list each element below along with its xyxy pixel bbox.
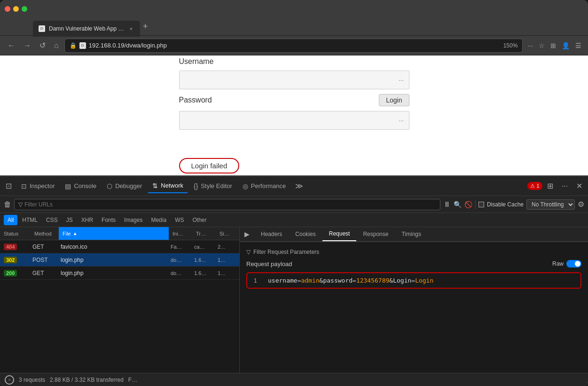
console-label: Console	[74, 182, 96, 189]
clear-requests-icon[interactable]: 🗑	[4, 200, 11, 209]
extensions-button[interactable]: ⊞	[549, 40, 558, 51]
detail-tab-response[interactable]: Response	[356, 227, 395, 241]
payload-key-username: username	[268, 277, 298, 284]
row-status: 404	[0, 244, 31, 250]
payload-eq-3: =	[411, 277, 415, 284]
search-icon[interactable]: 🔍	[454, 201, 462, 208]
devtools-close-button[interactable]: ✕	[572, 179, 586, 193]
type-btn-xhr[interactable]: XHR	[78, 215, 97, 225]
devtools-more-button[interactable]: ···	[558, 179, 572, 193]
table-row[interactable]: 200 GET login.php do… 1.6… 1…	[0, 267, 239, 280]
disable-cache-checkbox[interactable]	[478, 202, 484, 207]
col-header-status[interactable]: Status	[0, 231, 31, 236]
inspector-icon: ⊡	[21, 182, 27, 190]
password-row: Password Login	[179, 94, 409, 106]
maximize-traffic-light[interactable]	[22, 6, 27, 12]
table-row[interactable]: 302 POST login.php do… 1.6… 1…	[0, 253, 239, 267]
payload-val-password: 123456789	[356, 277, 389, 284]
col-header-transferred[interactable]: Tr…	[192, 231, 216, 236]
reload-button[interactable]: ↺	[37, 39, 48, 52]
network-list: Status Method File ▲ Ini… Tr… Si…	[0, 227, 240, 373]
close-traffic-light[interactable]	[5, 6, 10, 12]
status-circle-icon[interactable]: ○	[5, 375, 14, 385]
tab-performance[interactable]: ◎ Performance	[238, 180, 290, 193]
network-header: Status Method File ▲ Ini… Tr… Si…	[0, 227, 239, 240]
devtools-status-bar: ○ 3 requests 2.88 KB / 3.32 KB transferr…	[0, 373, 588, 386]
col-header-method[interactable]: Method	[31, 231, 59, 236]
devtools-undock-button[interactable]: ⊡	[2, 179, 16, 193]
type-btn-js[interactable]: JS	[63, 215, 77, 225]
filter-input-wrap: ▽	[14, 199, 440, 210]
username-label: Username	[179, 57, 214, 66]
menu-button[interactable]: ☰	[573, 40, 583, 51]
username-input[interactable]: ···	[179, 71, 409, 89]
settings-icon[interactable]: ⚙	[578, 200, 584, 209]
detail-tab-cookies[interactable]: Cookies	[289, 227, 322, 241]
type-btn-css[interactable]: CSS	[42, 215, 62, 225]
nav-bar: ← → ↺ ⌂ 🔒 D 192.168.0.19/dvwa/login.php …	[0, 36, 588, 55]
row-tr: 1.6…	[192, 257, 216, 263]
more-tabs-button[interactable]: ≫	[291, 179, 307, 193]
tab-debugger[interactable]: ⬡ Debugger	[102, 180, 147, 193]
sort-arrow-icon: ▲	[73, 231, 78, 236]
login-button[interactable]: Login	[379, 94, 409, 106]
minimize-traffic-light[interactable]	[13, 6, 19, 12]
devtools-toolbar: ⊡ ⊡ Inspector ▤ Console ⬡ Debugger ⇅ Net…	[0, 176, 588, 196]
disable-cache-toggle[interactable]: Disable Cache	[478, 201, 524, 208]
responsive-design-button[interactable]: ⊞	[543, 179, 557, 193]
browser-window: D Damn Vulnerable Web App (DVWA) × + ← →…	[0, 0, 588, 386]
col-header-file[interactable]: File ▲	[59, 227, 169, 240]
network-label: Network	[161, 182, 183, 189]
forward-button[interactable]: →	[21, 39, 34, 52]
tab-bar: D Damn Vulnerable Web App (DVWA) × +	[0, 18, 588, 36]
browser-tab[interactable]: D Damn Vulnerable Web App (DVWA) ×	[33, 21, 140, 37]
tab-console[interactable]: ▤ Console	[60, 180, 101, 193]
type-btn-fonts[interactable]: Fonts	[98, 215, 119, 225]
type-btn-all[interactable]: All	[4, 215, 17, 225]
filter-params-row: ▽ Filter Request Parameters	[246, 247, 581, 260]
more-button[interactable]: ···	[525, 40, 535, 51]
tab-inspector[interactable]: ⊡ Inspector	[16, 180, 59, 193]
tab-style-editor[interactable]: {} Style Editor	[189, 180, 237, 193]
type-btn-ws[interactable]: WS	[171, 215, 188, 225]
play-icon[interactable]: ▶	[240, 230, 254, 238]
disable-cache-label: Disable Cache	[487, 201, 524, 208]
account-button[interactable]: 👤	[560, 40, 572, 51]
type-btn-images[interactable]: Images	[120, 215, 146, 225]
home-button[interactable]: ⌂	[51, 39, 62, 52]
title-bar	[0, 0, 588, 18]
tab-network[interactable]: ⇅ Network	[148, 179, 188, 193]
type-btn-other[interactable]: Other	[188, 215, 210, 225]
row-ini: Fa…	[169, 244, 192, 250]
detail-tab-request[interactable]: Request	[322, 227, 357, 241]
status-badge: 404	[4, 244, 17, 250]
payload-val-login: Login	[415, 277, 433, 284]
request-payload-row: Request payload Raw	[246, 260, 581, 268]
col-header-size[interactable]: Si…	[216, 231, 239, 236]
throttle-select[interactable]: No Throttling	[526, 199, 575, 210]
block-icon[interactable]: 🚫	[464, 201, 472, 208]
separator	[475, 200, 476, 209]
url-bar[interactable]: 🔒 D 192.168.0.19/dvwa/login.php 150%	[64, 39, 523, 53]
detail-tab-headers[interactable]: Headers	[254, 227, 289, 241]
new-tab-button[interactable]: +	[140, 22, 151, 32]
requests-count: 3 requests	[19, 377, 45, 383]
filter-input[interactable]	[24, 201, 436, 208]
password-input[interactable]: ···	[179, 111, 409, 130]
col-header-initiator[interactable]: Ini…	[169, 231, 192, 236]
detail-tabs: ▶ Headers Cookies Request Response Timin…	[240, 227, 588, 242]
row-file: login.php	[59, 270, 169, 276]
performance-icon: ◎	[243, 182, 248, 190]
url-favicon: D	[79, 42, 86, 49]
detail-tab-timings[interactable]: Timings	[395, 227, 428, 241]
type-btn-html[interactable]: HTML	[18, 215, 41, 225]
tab-close-icon[interactable]: ×	[128, 25, 134, 32]
debugger-label: Debugger	[115, 182, 142, 189]
type-btn-media[interactable]: Media	[147, 215, 170, 225]
table-row[interactable]: 404 GET favicon.ico Fa… ca… 2…	[0, 240, 239, 253]
row-ini: do…	[169, 257, 192, 263]
pause-icon[interactable]: ⏸	[443, 200, 451, 209]
raw-toggle-switch[interactable]	[566, 260, 581, 268]
bookmark-button[interactable]: ☆	[537, 40, 547, 51]
back-button[interactable]: ←	[5, 39, 18, 52]
